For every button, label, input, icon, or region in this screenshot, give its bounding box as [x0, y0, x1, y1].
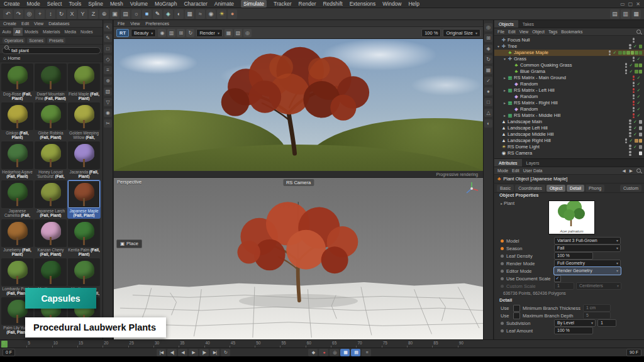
texture-tag-icon[interactable]: [631, 51, 635, 55]
aov-dropdown[interactable]: Beauty: [131, 29, 156, 37]
texture-tag-icon[interactable]: [639, 63, 643, 67]
visibility-dots[interactable]: [628, 126, 633, 131]
menubar-item[interactable]: Mode: [27, 0, 40, 8]
object-type-icon[interactable]: ☀: [501, 144, 507, 150]
enable-check-icon[interactable]: ✓: [628, 69, 634, 75]
object-type-icon[interactable]: ✛: [507, 56, 513, 62]
size-dropdown[interactable]: Original Size: [443, 29, 480, 37]
asset-browser-tab[interactable]: Models: [23, 28, 41, 36]
editor-visibility-dot[interactable]: [629, 44, 631, 47]
object-name[interactable]: Landscape Main: [508, 119, 628, 125]
camera-icon[interactable]: ◉: [206, 9, 216, 19]
menubar-item[interactable]: Animate: [214, 0, 234, 8]
enable-check-icon[interactable]: ✓: [633, 119, 638, 125]
editor-visibility-dot[interactable]: [625, 63, 628, 65]
keyframe-options-icon[interactable]: ▦: [340, 349, 350, 356]
plant-item[interactable]: Ginkgo (Fall, Plant): [1, 102, 34, 141]
axis-x-icon[interactable]: X: [67, 9, 77, 19]
visibility-dots[interactable]: [631, 82, 636, 87]
menubar-item[interactable]: Help: [408, 0, 419, 8]
visibility-dots[interactable]: [631, 38, 636, 43]
object-row[interactable]: ▾ ✛ Grass ✓: [494, 56, 644, 62]
object-row[interactable]: ◆ Random ✓: [494, 106, 644, 112]
plant-item[interactable]: Dog-Rose (Fall, Plant): [1, 63, 34, 102]
subdivision-dropdown[interactable]: By Level: [554, 319, 596, 327]
compare-icon[interactable]: ▥: [167, 29, 175, 37]
object-tags[interactable]: [635, 70, 642, 74]
object-type-icon[interactable]: ♣: [513, 62, 519, 69]
object-row[interactable]: ♣ Japanese Maple ✓: [494, 50, 644, 56]
asset-browser-tab[interactable]: Nodes: [79, 28, 96, 36]
object-row[interactable]: ▲ Landscape Right Hill ✓: [494, 138, 644, 144]
asset-browser-subtab[interactable]: Operators: [3, 38, 25, 43]
menubar-item[interactable]: Extensions: [350, 0, 376, 8]
object-row[interactable]: ♣ Common Quaking Grass ✓: [494, 62, 644, 69]
pen-spline-icon[interactable]: ✎: [153, 9, 162, 19]
render-settings-icon[interactable]: ☼: [131, 9, 141, 19]
object-tags[interactable]: [635, 63, 642, 67]
object-row[interactable]: ♣ Blue Grama ✓: [494, 69, 644, 75]
list-icon[interactable]: ≡: [104, 66, 112, 74]
object-row[interactable]: ▲ Landscape Middle Hill ✓: [494, 131, 644, 138]
object-type-icon[interactable]: ▦: [507, 112, 513, 119]
expand-arrow-icon[interactable]: ▸: [502, 100, 507, 106]
object-type-icon[interactable]: ▲: [501, 125, 507, 131]
plant-preview[interactable]: Acer palmatum: [548, 200, 595, 234]
render-visibility-dot[interactable]: [629, 129, 631, 131]
editor-visibility-dot[interactable]: [625, 69, 628, 72]
plant-item[interactable]: Japanese Camellia (Fall, Plant): [1, 180, 34, 219]
object-row[interactable]: ▾ ✛ Tree ✓: [494, 43, 644, 50]
texture-tag-icon[interactable]: [639, 120, 643, 124]
object-type-icon[interactable]: ♣: [513, 69, 519, 75]
plant-item[interactable]: Golden Weeping Willow (Fall, Plant): [67, 102, 101, 141]
attribute-menu-item[interactable]: Mode: [497, 168, 508, 173]
enable-check-icon[interactable]: ✓: [636, 106, 641, 112]
visibility-dots[interactable]: [624, 69, 628, 74]
object-tags[interactable]: [639, 151, 643, 155]
pixel-pick-icon[interactable]: ◎: [243, 29, 252, 37]
object-name[interactable]: RS Dome Light: [508, 144, 628, 150]
axis-snap-icon[interactable]: ◐: [484, 119, 492, 128]
volume-icon[interactable]: ▦: [185, 9, 194, 19]
target-icon[interactable]: ◉: [104, 109, 112, 117]
object-tags[interactable]: [639, 126, 643, 130]
object-row[interactable]: ◆ Random ✓: [494, 94, 644, 100]
enable-check-icon[interactable]: ✓: [612, 50, 618, 56]
scale-tool-icon[interactable]: ↕: [46, 9, 55, 19]
render-visibility-dot[interactable]: [629, 154, 631, 156]
render-visibility-dot[interactable]: [629, 123, 631, 125]
enable-check-icon[interactable]: ✓: [633, 125, 638, 131]
rotate-snap-icon[interactable]: ↻: [484, 55, 492, 63]
dock-icon[interactable]: ▦: [631, 9, 641, 19]
select-arrow-icon[interactable]: ↖: [104, 23, 112, 31]
object-type-icon[interactable]: ✛: [501, 43, 507, 50]
grid-snap-icon[interactable]: ⊞: [484, 34, 492, 42]
layout-icon[interactable]: ▤: [610, 9, 619, 19]
render-view-icon[interactable]: ▣: [110, 9, 119, 19]
object-tags[interactable]: [639, 120, 643, 124]
texture-tag-icon[interactable]: [635, 51, 638, 55]
visibility-dots[interactable]: [628, 145, 633, 150]
live-select-icon[interactable]: ◎: [25, 9, 34, 19]
object-manager-menu-item[interactable]: View: [519, 30, 529, 34]
plant-item[interactable]: Field Maple (Fall, Plant): [67, 63, 101, 102]
plant-item[interactable]: Dwarf Mountain Pine (Fall, Plant): [34, 63, 67, 102]
timeline-menu-icon[interactable]: ≡: [362, 349, 371, 356]
render-visibility-dot[interactable]: [633, 79, 635, 81]
object-row[interactable]: ▲ Landscape Main ✓: [494, 119, 644, 125]
menubar-item[interactable]: MoGraph: [155, 0, 177, 8]
asset-browser-tab[interactable]: Media: [62, 28, 79, 36]
enable-check-icon[interactable]: ✓: [636, 100, 641, 106]
editor-visibility-dot[interactable]: [633, 113, 635, 116]
object-name[interactable]: Random: [520, 106, 631, 112]
plant-item[interactable]: Juneberry (Fall, Plant): [1, 219, 34, 258]
render-visibility-dot[interactable]: [629, 47, 631, 50]
param-dot[interactable]: [501, 270, 504, 273]
render-visibility-dot[interactable]: [633, 91, 635, 94]
breadcrumb[interactable]: Home: [8, 55, 21, 61]
section-object-properties[interactable]: Object Properties: [494, 192, 644, 199]
menubar-item[interactable]: Tools: [69, 0, 81, 8]
editor-visibility-dot[interactable]: [633, 82, 635, 84]
point-snap-icon[interactable]: ●: [484, 87, 492, 96]
season-dropdown[interactable]: Fall: [554, 244, 621, 252]
